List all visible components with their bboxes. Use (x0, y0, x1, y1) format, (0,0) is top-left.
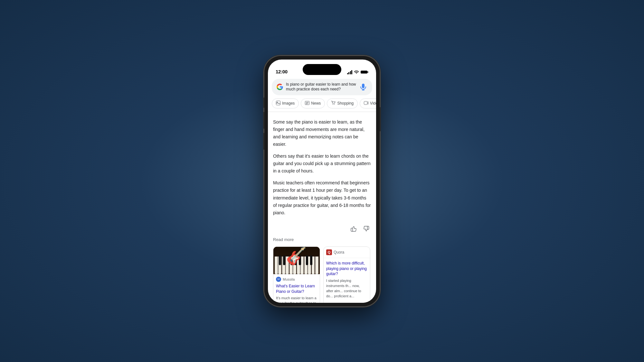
result-cards: 🎸 M Mussila What's Easier to Learn Piano… (273, 246, 371, 303)
svg-point-11 (333, 104, 333, 105)
news-tab-icon (305, 101, 309, 106)
quora-card-header: Q Quora (324, 247, 370, 258)
card-mussila[interactable]: 🎸 M Mussila What's Easier to Learn Piano… (273, 246, 320, 303)
card-quora[interactable]: Q Quora Which is more difficult, playing… (323, 246, 370, 303)
signal-icon (347, 70, 353, 74)
card-mussila-image: 🎸 (273, 247, 320, 274)
thumbs-up-button[interactable] (349, 224, 358, 233)
videos-tab-icon (364, 101, 368, 106)
phone-mockup: 12:00 (264, 56, 380, 307)
quora-card-title: Which is more difficult, playing piano o… (326, 261, 367, 277)
search-query-text: Is piano or guitar easier to learn and h… (286, 82, 356, 92)
quora-source-name: Quora (334, 250, 344, 255)
tab-images[interactable]: Images (272, 98, 299, 108)
images-tab-icon (276, 101, 280, 106)
images-tab-label: Images (282, 101, 295, 106)
status-icons (347, 70, 369, 74)
mic-icon (360, 83, 366, 90)
shopping-tab-label: Shopping (337, 101, 354, 106)
quora-card-snippet: I started playing instruments th... now,… (326, 278, 367, 299)
dynamic-island (303, 64, 341, 75)
ai-paragraph-2: Others say that it's easier to learn cho… (273, 153, 371, 175)
svg-rect-0 (361, 71, 367, 74)
mute-switch (263, 97, 264, 108)
quora-card-body: Which is more difficult, playing piano o… (324, 258, 370, 302)
volume-up-button (263, 112, 264, 129)
battery-icon (361, 70, 368, 74)
tab-news[interactable]: News (301, 98, 325, 108)
news-tab-label: News (311, 101, 321, 106)
card-mussila-body: M Mussila What's Easier to Learn Piano o… (273, 274, 320, 303)
thumbs-down-button[interactable] (362, 224, 371, 233)
card-mussila-source: M Mussila (276, 277, 317, 282)
feedback-row (273, 222, 371, 237)
content-area: Is piano or guitar easier to learn and h… (268, 76, 376, 303)
svg-rect-1 (368, 71, 368, 73)
search-bar[interactable]: Is piano or guitar easier to learn and h… (272, 79, 372, 95)
power-button (380, 107, 381, 131)
mussila-icon: M (276, 277, 281, 282)
google-logo (276, 83, 283, 90)
status-time: 12:00 (276, 69, 288, 74)
volume-down-button (263, 133, 264, 150)
read-more-link[interactable]: Read more (273, 237, 371, 246)
quora-logo: Q (326, 249, 332, 255)
wifi-icon (354, 70, 359, 74)
ai-paragraph-3: Music teachers often recommend that begi… (273, 179, 371, 216)
divider (268, 112, 376, 112)
tab-videos[interactable]: Videos (360, 98, 376, 108)
ai-paragraph-1: Some say the piano is easier to learn, a… (273, 118, 371, 148)
svg-rect-13 (364, 101, 367, 105)
tab-shopping[interactable]: Shopping (327, 98, 358, 108)
card-mussila-snippet: It's much easier to learn a song for the… (276, 296, 317, 302)
svg-point-12 (334, 104, 335, 105)
ai-answer-section: Some say the piano is easier to learn, a… (273, 115, 371, 222)
videos-tab-label: Videos (370, 101, 376, 106)
mic-button[interactable] (359, 82, 368, 91)
phone-screen: 12:00 (268, 60, 376, 303)
shopping-tab-icon (331, 101, 336, 106)
mussila-source-name: Mussila (283, 277, 295, 281)
card-mussila-title: What's Easier to Learn Piano or Guitar? (276, 283, 317, 294)
scroll-content[interactable]: Some say the piano is easier to learn, a… (268, 115, 376, 303)
svg-rect-2 (362, 84, 365, 88)
search-tabs: Images News (268, 98, 376, 112)
